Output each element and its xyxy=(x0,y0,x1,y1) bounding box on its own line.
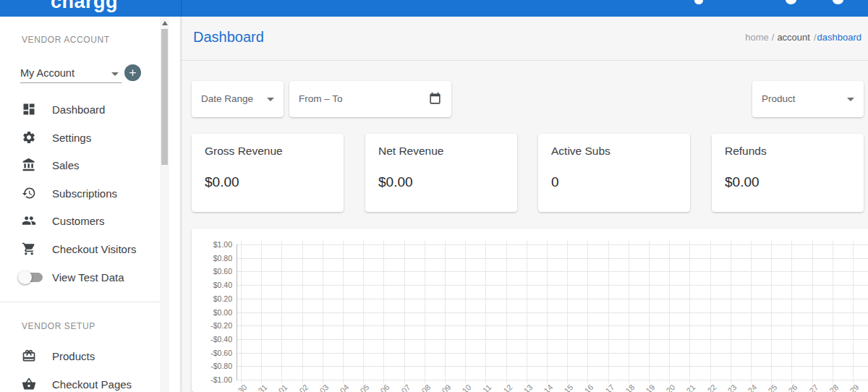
stat-value: $0.00 xyxy=(378,174,413,190)
basket-icon xyxy=(22,377,36,391)
sidebar-item-dashboard[interactable]: Dashboard xyxy=(0,95,158,123)
breadcrumb-separator: / xyxy=(772,32,775,43)
sidebar-item-label: Checkout Visitors xyxy=(52,243,136,255)
y-axis-label: -$0.40 xyxy=(192,335,232,344)
brand-logo: chargg xyxy=(51,0,118,13)
breadcrumb-home-link[interactable]: home xyxy=(745,32,769,43)
chart-horizontal-gridline xyxy=(237,258,868,259)
breadcrumb-current-link[interactable]: dashboard xyxy=(817,32,861,43)
stat-value: 0 xyxy=(551,174,559,190)
stat-value: $0.00 xyxy=(725,174,760,190)
account-select-value: My Account xyxy=(20,67,75,79)
date-range-label: Date Range xyxy=(201,93,253,104)
people-icon xyxy=(22,213,36,228)
product-select[interactable]: Product xyxy=(752,81,864,117)
stat-label: Active Subs xyxy=(551,145,610,158)
section-label-vendor-account: VENDOR ACCOUNT xyxy=(22,35,110,45)
stat-card-refunds: Refunds $0.00 xyxy=(712,134,864,212)
chart-horizontal-gridline xyxy=(237,285,868,286)
y-axis-label: $0.20 xyxy=(192,294,232,303)
breadcrumb-separator: / xyxy=(814,32,817,43)
sidebar-item-checkout-visitors[interactable]: Checkout Visitors xyxy=(0,235,158,263)
account-icon[interactable] xyxy=(833,0,843,4)
add-account-button[interactable] xyxy=(124,64,141,81)
sidebar-item-checkout-pages[interactable]: Checkout Pages xyxy=(0,370,158,392)
stat-label: Net Revenue xyxy=(378,145,443,158)
y-axis-label: $0.60 xyxy=(192,267,232,276)
bank-icon xyxy=(22,158,36,172)
chevron-down-icon xyxy=(267,98,274,101)
toggle-thumb xyxy=(18,270,32,284)
chart-horizontal-gridline xyxy=(237,366,868,367)
sidebar: VENDOR ACCOUNT My Account Dashboard Sett… xyxy=(0,17,181,392)
y-axis-label: $0.40 xyxy=(192,281,232,289)
sidebar-item-sales[interactable]: Sales xyxy=(0,151,158,179)
top-app-bar: chargg xyxy=(0,0,868,17)
section-label-vendor-setup: VENDOR SETUP xyxy=(22,321,95,331)
sidebar-item-label: Settings xyxy=(52,132,91,144)
notifications-icon[interactable] xyxy=(786,0,796,4)
y-axis-label: $1.00 xyxy=(192,240,232,249)
from-to-date-input[interactable]: From – To xyxy=(289,81,451,117)
stat-value: $0.00 xyxy=(205,174,239,190)
scrollbar-up-arrow-icon[interactable] xyxy=(162,21,168,25)
cart-icon xyxy=(22,242,36,256)
product-label: Product xyxy=(762,93,796,104)
y-axis-label: -$1.00 xyxy=(192,375,232,384)
sidebar-item-label: Customers xyxy=(52,215,105,227)
stat-card-net-revenue: Net Revenue $0.00 xyxy=(365,134,517,212)
chart-y-axis xyxy=(237,244,237,380)
y-axis-label: $0.00 xyxy=(192,308,232,317)
stat-label: Refunds xyxy=(725,145,767,158)
gear-icon xyxy=(22,130,36,145)
chart-horizontal-gridline xyxy=(237,380,868,380)
account-select[interactable]: My Account xyxy=(20,66,122,83)
page-title: Dashboard xyxy=(193,29,264,46)
sidebar-item-customers[interactable]: Customers xyxy=(0,207,158,234)
chart-horizontal-gridline xyxy=(237,353,868,354)
chart-horizontal-gridline xyxy=(237,312,868,313)
sidebar-item-label: Checkout Pages xyxy=(52,378,132,391)
breadcrumb: home/account/dashboard xyxy=(745,32,861,43)
y-axis-label: $0.80 xyxy=(192,254,232,263)
sidebar-item-label: Sales xyxy=(52,159,80,171)
chart-horizontal-gridline xyxy=(237,271,868,272)
stat-card-gross-revenue: Gross Revenue $0.00 xyxy=(192,134,344,212)
y-axis-label: -$0.20 xyxy=(192,321,232,330)
revenue-chart: 3031010203040506070809101112131415161718… xyxy=(192,229,868,392)
breadcrumb-account-link[interactable]: account xyxy=(777,32,810,43)
date-range-select[interactable]: Date Range xyxy=(192,81,284,117)
sidebar-divider xyxy=(0,302,160,302)
sidebar-item-view-test-data[interactable]: View Test Data xyxy=(0,263,158,291)
search-icon[interactable] xyxy=(694,0,703,4)
sidebar-item-subscriptions[interactable]: Subscriptions xyxy=(0,179,158,207)
stat-label: Gross Revenue xyxy=(205,145,283,158)
calendar-icon[interactable] xyxy=(428,92,442,106)
stat-card-active-subs: Active Subs 0 xyxy=(538,134,690,212)
topbar-sidebar-divider xyxy=(181,0,182,17)
chevron-down-icon xyxy=(847,98,854,101)
plus-icon xyxy=(127,67,138,78)
chart-horizontal-gridline xyxy=(237,244,868,245)
history-icon xyxy=(22,186,36,200)
chart-horizontal-gridline xyxy=(237,339,868,340)
gift-icon xyxy=(22,349,36,363)
header-divider xyxy=(181,60,868,61)
sidebar-item-label: Dashboard xyxy=(52,103,105,116)
test-data-toggle[interactable] xyxy=(18,270,43,284)
from-to-placeholder: From – To xyxy=(299,93,343,104)
sidebar-item-label: View Test Data xyxy=(52,271,124,284)
dashboard-icon xyxy=(22,102,36,116)
sidebar-item-products[interactable]: Products xyxy=(0,342,158,370)
chevron-down-icon xyxy=(111,72,119,76)
sidebar-item-label: Products xyxy=(52,350,95,362)
sidebar-item-settings[interactable]: Settings xyxy=(0,124,158,151)
chart-horizontal-gridline xyxy=(237,325,868,326)
y-axis-label: -$0.60 xyxy=(192,349,232,357)
y-axis-label: -$0.80 xyxy=(192,362,232,370)
sidebar-scrollbar-thumb[interactable] xyxy=(161,29,168,165)
chart-horizontal-gridline xyxy=(237,299,868,299)
sidebar-item-label: Subscriptions xyxy=(52,187,117,200)
